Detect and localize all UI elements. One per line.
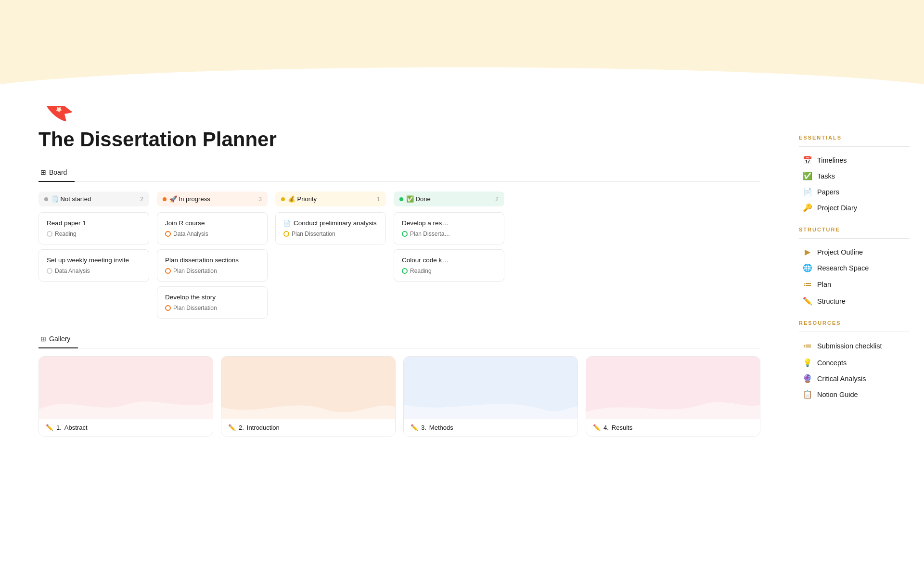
card-title-plan-sections: Plan dissertation sections <box>165 256 259 264</box>
gallery-card-abstract[interactable]: ✏️ 1. Abstract <box>38 356 213 436</box>
gallery-card-title-methods: Methods <box>429 424 453 431</box>
gallery-card-intro[interactable]: ✏️ 2. Introduction <box>221 356 396 436</box>
sidebar-item-concepts[interactable]: 💡 Concepts <box>799 355 910 370</box>
crystal-icon: 🔮 <box>803 374 812 383</box>
gallery-card-methods[interactable]: ✏️ 3. Methods <box>403 356 578 436</box>
play-icon: ▶ <box>803 247 812 256</box>
gallery-card-edit-icon-abstract: ✏️ <box>46 424 53 431</box>
gallery-card-results[interactable]: ✏️ 4. Results <box>586 356 760 436</box>
card-title-develop-story: Develop the story <box>165 294 259 301</box>
doc-icon: 📄 <box>283 220 291 227</box>
gallery-tab-label: Gallery <box>49 335 70 343</box>
checklist-icon: ≔ <box>803 341 812 351</box>
gallery-tabs: ⊞ Gallery <box>38 331 760 348</box>
calendar-icon: 📅 <box>803 155 812 165</box>
sidebar-item-timelines[interactable]: 📅 Timelines <box>799 153 910 167</box>
gallery-card-title-results: Results <box>612 424 632 431</box>
gallery-card-image-results <box>586 357 760 419</box>
card-read-paper[interactable]: Read paper 1 Reading <box>38 212 149 244</box>
board-tab-icon: ⊞ <box>40 168 46 176</box>
status-dot-done <box>399 197 403 201</box>
board-tab-label: Board <box>49 168 67 176</box>
tag-circle-4 <box>165 268 171 274</box>
sidebar-divider-resources <box>799 332 910 332</box>
sidebar-section-structure: STRUCTURE <box>799 227 910 232</box>
card-tag-weekly-meeting: Data Analysis <box>47 268 141 274</box>
column-priority: 💰 Priority 1 📄 Conduct preliminary analy… <box>275 192 386 323</box>
column-not-started: 🗒️ Not started 2 Read paper 1 Reading Se… <box>38 192 149 323</box>
sidebar-divider-structure <box>799 238 910 239</box>
page-title: The Dissertation Planner <box>38 128 760 151</box>
gallery-tab-icon: ⊞ <box>40 335 46 343</box>
status-dot-not-started <box>44 197 48 201</box>
card-plan-sections[interactable]: Plan dissertation sections Plan Disserta… <box>157 249 268 282</box>
gallery-card-image-intro <box>221 357 395 419</box>
status-dot-priority <box>281 197 285 201</box>
column-in-progress: 🚀 In progress 3 Join R course Data Analy… <box>157 192 268 323</box>
card-conduct-analysis[interactable]: 📄 Conduct preliminary analysis Plan Diss… <box>275 212 386 244</box>
tag-circle-6 <box>283 231 289 237</box>
sidebar-divider-essentials <box>799 146 910 147</box>
header-wave <box>0 0 924 106</box>
card-title-weekly-meeting: Set up weekly meeting invite <box>47 256 141 264</box>
edit-icon: ✏️ <box>803 296 812 306</box>
sidebar: ESSENTIALS 📅 Timelines ✅ Tasks 📄 Papers … <box>789 106 924 456</box>
card-develop-res[interactable]: Develop a res… Plan Disserta… <box>394 212 504 244</box>
tab-board[interactable]: ⊞ Board <box>38 165 75 182</box>
column-count-in-progress: 3 <box>258 196 262 203</box>
column-header-priority: 💰 Priority 1 <box>275 192 386 206</box>
tag-circle-5 <box>165 305 171 311</box>
card-tag-develop-story: Plan Dissertation <box>165 305 259 311</box>
sidebar-item-tasks[interactable]: ✅ Tasks <box>799 168 910 183</box>
column-label-not-started: 🗒️ Not started <box>51 195 91 203</box>
column-label-priority: 💰 Priority <box>288 195 317 203</box>
column-header-in-progress: 🚀 In progress 3 <box>157 192 268 206</box>
sidebar-item-research-space[interactable]: 🌐 Research Space <box>799 260 910 275</box>
column-done: ✅ Done 2 Develop a res… Plan Disserta… C… <box>394 192 504 323</box>
sidebar-item-notion-guide[interactable]: 📋 Notion Guide <box>799 387 910 402</box>
column-label-done: ✅ Done <box>406 195 431 203</box>
sidebar-item-critical-analysis[interactable]: 🔮 Critical Analysis <box>799 371 910 386</box>
sidebar-item-submission-checklist[interactable]: ≔ Submission checklist <box>799 338 910 354</box>
gallery-card-image-abstract <box>39 357 213 419</box>
tag-circle-8 <box>402 268 408 274</box>
sidebar-item-papers[interactable]: 📄 Papers <box>799 184 910 199</box>
card-weekly-meeting[interactable]: Set up weekly meeting invite Data Analys… <box>38 249 149 282</box>
sidebar-item-project-diary[interactable]: 🔑 Project Diary <box>799 200 910 215</box>
gallery-card-footer-intro: ✏️ 2. Introduction <box>221 419 395 436</box>
status-dot-in-progress <box>163 197 167 201</box>
gallery-card-title-abstract: Abstract <box>64 424 88 431</box>
tab-gallery[interactable]: ⊞ Gallery <box>38 331 78 348</box>
tag-circle <box>47 231 52 237</box>
card-title-read-paper: Read paper 1 <box>47 219 141 227</box>
tag-circle-2 <box>47 268 52 274</box>
sidebar-section-essentials: ESSENTIALS <box>799 135 910 141</box>
gallery-card-edit-icon-intro: ✏️ <box>228 424 236 431</box>
card-develop-story[interactable]: Develop the story Plan Dissertation <box>157 286 268 319</box>
tag-circle-7 <box>402 231 408 237</box>
sidebar-item-project-outline[interactable]: ▶ Project Outline <box>799 244 910 259</box>
papers-icon: 📄 <box>803 187 812 196</box>
sidebar-item-structure[interactable]: ✏️ Structure <box>799 294 910 308</box>
gallery-card-footer-results: ✏️ 4. Results <box>586 419 760 436</box>
column-count-not-started: 2 <box>140 196 143 203</box>
card-title-conduct-analysis: 📄 Conduct preliminary analysis <box>283 219 378 227</box>
card-tag-join-r: Data Analysis <box>165 231 259 237</box>
card-colour-code[interactable]: Colour code k… Reading <box>394 249 504 282</box>
content-area: 🔖 The Dissertation Planner ⊞ Board 🗒️ No… <box>0 106 789 456</box>
card-tag-develop-res: Plan Disserta… <box>402 231 496 237</box>
gallery-card-number-abstract: 1. <box>56 424 62 431</box>
card-join-r[interactable]: Join R course Data Analysis <box>157 212 268 244</box>
column-header-done: ✅ Done 2 <box>394 192 504 206</box>
list-icon: ≔ <box>803 279 812 290</box>
key-icon: 🔑 <box>803 203 812 212</box>
sidebar-item-plan[interactable]: ≔ Plan <box>799 276 910 293</box>
card-title-develop-res: Develop a res… <box>402 219 496 227</box>
gallery-card-footer-methods: ✏️ 3. Methods <box>404 419 578 436</box>
notion-icon: 📋 <box>803 390 812 399</box>
gallery-card-image-methods <box>404 357 578 419</box>
card-tag-conduct-analysis: Plan Dissertation <box>283 231 378 237</box>
card-title-join-r: Join R course <box>165 219 259 227</box>
tasks-icon: ✅ <box>803 171 812 180</box>
card-tag-colour-code: Reading <box>402 268 496 274</box>
